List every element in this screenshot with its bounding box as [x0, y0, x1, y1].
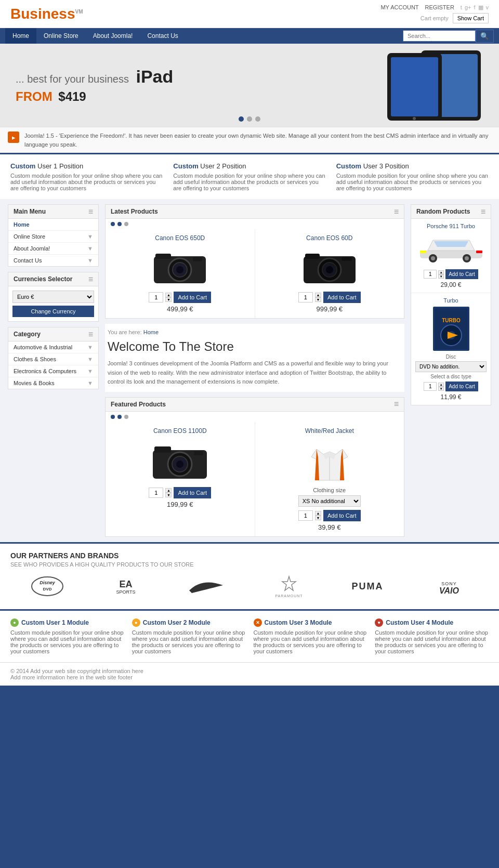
latest-products-module: Latest Products ☰ Canon EOS 650D: [105, 204, 404, 319]
header-top-links: MY ACCOUNT REGISTER t g+ f ▦ v: [380, 4, 489, 11]
camera-2-svg: [301, 246, 358, 287]
currencies-header: Currencies Selector ☰: [8, 272, 98, 286]
tablet-svg: [374, 48, 489, 123]
random-p1-qty-up[interactable]: ▲: [438, 270, 444, 274]
svg-text:SPORTS: SPORTS: [116, 589, 136, 595]
svg-point-4: [413, 117, 416, 120]
register-link[interactable]: REGISTER: [425, 4, 454, 11]
featured-p1-atc-btn[interactable]: Add to Cart: [174, 487, 211, 498]
random-p2-qty-down[interactable]: ▼: [438, 387, 444, 391]
search-form: 🔍: [403, 30, 494, 43]
random-p1-stepper: ▲ ▼: [438, 270, 444, 279]
disc-type-select[interactable]: DVD No addition. Blu-Ray: [415, 361, 487, 372]
latest-product-2: Canon EOS 60D: [255, 229, 404, 318]
custom-module-2: ● Custom User 2 Module Custom module pos…: [132, 619, 246, 654]
banner-dot-1[interactable]: [239, 116, 244, 122]
svg-rect-12: [305, 254, 320, 259]
banner-dot-3[interactable]: [255, 116, 260, 122]
featured-dot-2[interactable]: [117, 415, 122, 419]
sidebar-nav-item-home[interactable]: Home: [8, 219, 98, 231]
latest-header-icon: ☰: [394, 209, 399, 215]
random-p2-qty-up[interactable]: ▲: [438, 383, 444, 387]
sidebar-nav-item-contact[interactable]: Contact Us▼: [8, 255, 98, 266]
product-2-stepper: ▲ ▼: [315, 293, 321, 302]
car-svg: [417, 232, 485, 264]
sidebar-nav-item-about[interactable]: About Joomla!▼: [8, 243, 98, 255]
banner-price: $419: [58, 89, 86, 103]
nav-online-store[interactable]: Online Store: [36, 28, 86, 44]
product-2-qty-down[interactable]: ▼: [315, 297, 321, 302]
mod1-title: Custom User 1 Module: [21, 619, 89, 626]
random-icon: ☰: [481, 209, 485, 215]
disc-select-label: Select a disc type: [415, 374, 487, 379]
jacket-svg: [309, 439, 350, 483]
banner-dots: [239, 116, 260, 122]
twitter-icon: t: [461, 4, 462, 11]
category-item-movies[interactable]: Movies & Books▼: [8, 377, 98, 389]
product-1-qty-down[interactable]: ▼: [165, 297, 172, 302]
nav-about[interactable]: About Joomla!: [86, 28, 140, 44]
category-item-electronics[interactable]: Electronics & Computers▼: [8, 365, 98, 377]
nav-contact[interactable]: Contact Us: [140, 28, 185, 44]
product-1-qty-up[interactable]: ▲: [165, 293, 172, 297]
search-button[interactable]: 🔍: [476, 30, 494, 43]
mod4-title: Custom User 4 Module: [386, 619, 453, 626]
latest-dot-3[interactable]: [124, 222, 128, 226]
featured-p1-qty[interactable]: [149, 488, 163, 498]
svg-rect-29: [420, 251, 426, 253]
product-2-atc-btn[interactable]: Add to Cart: [323, 292, 361, 303]
partners-logos: Disney DVD EA SPORTS PARAMOUNT: [10, 574, 489, 601]
random-p2-atc-btn[interactable]: Add to Cart: [445, 382, 478, 391]
rss-social-icon: ▦: [478, 4, 483, 11]
mod2-icon: ●: [132, 619, 140, 627]
random-p1-qty-down[interactable]: ▼: [438, 274, 444, 279]
my-account-link[interactable]: MY ACCOUNT: [380, 4, 418, 11]
random-p1-image: [415, 232, 487, 265]
random-header: Random Products ☰: [411, 205, 491, 219]
featured-p2-qty-up[interactable]: ▲: [315, 511, 321, 516]
category-item-clothes[interactable]: Clothes & Shoes▼: [8, 353, 98, 365]
featured-dot-1[interactable]: [111, 415, 115, 419]
featured-p1-qty-up[interactable]: ▲: [165, 488, 172, 493]
main-menu-module: Main Menu ☰ Home Online Store▼ About Joo…: [8, 204, 99, 267]
category-item-auto[interactable]: Automotive & Industrial▼: [8, 341, 98, 353]
mod3-icon: ✕: [254, 619, 262, 627]
nav-home[interactable]: Home: [5, 28, 36, 44]
sony-logo-svg: SONY VAIO: [428, 575, 470, 598]
featured-dot-3[interactable]: [124, 415, 128, 419]
breadcrumb-home-link[interactable]: Home: [143, 329, 159, 335]
product-1-atc-btn[interactable]: Add to Cart: [174, 292, 211, 303]
partners-subtitle: SEE WHO PROVIDES A HIGH QUALITY PRODUCTS…: [10, 561, 489, 568]
facebook-icon: f: [474, 4, 475, 11]
product-2-price: 999,99 €: [260, 305, 399, 313]
header: BusinessVM MY ACCOUNT REGISTER t g+ f ▦ …: [0, 0, 499, 28]
latest-dot-2[interactable]: [117, 222, 122, 226]
custom-pos-2: Custom User 2 Position Custom module pos…: [173, 162, 325, 191]
featured-p2-qty[interactable]: [298, 510, 313, 521]
show-cart-button[interactable]: Show Cart: [453, 13, 489, 23]
banner-from-label: FROM: [16, 89, 52, 103]
featured-p2-atc-row: ▲ ▼ Add to Cart: [260, 510, 399, 521]
change-currency-button[interactable]: Change Currency: [12, 306, 94, 317]
currency-select[interactable]: Euro € USD $ GBP £: [12, 291, 94, 303]
product-2-qty-up[interactable]: ▲: [315, 293, 321, 297]
random-p2-qty[interactable]: [424, 382, 437, 391]
featured-p2-qty-down[interactable]: ▼: [315, 516, 321, 520]
random-p1-atc-btn[interactable]: Add to Cart: [445, 269, 478, 279]
product-2-qty[interactable]: [298, 292, 313, 303]
featured-p1-image: [151, 439, 208, 483]
latest-dot-1[interactable]: [111, 222, 115, 226]
featured-p2-atc-btn[interactable]: Add to Cart: [323, 510, 361, 521]
sidebar-nav-item-store[interactable]: Online Store▼: [8, 231, 98, 243]
welcome-title: Welcome To The Store: [108, 339, 402, 354]
product-1-qty[interactable]: [149, 292, 163, 303]
right-sidebar: Random Products ☰ Porsche 911 Turbo: [411, 204, 491, 537]
svg-rect-16: [342, 257, 352, 261]
featured-p1-qty-down[interactable]: ▼: [165, 493, 172, 497]
clothing-size-select[interactable]: XS No additional S No additional M No ad…: [298, 495, 361, 507]
random-p1-qty[interactable]: [424, 270, 437, 279]
svg-text:DVD: DVD: [43, 587, 51, 591]
partner-nike: [187, 575, 228, 600]
banner-dot-2[interactable]: [247, 116, 252, 122]
search-input[interactable]: [403, 30, 476, 42]
